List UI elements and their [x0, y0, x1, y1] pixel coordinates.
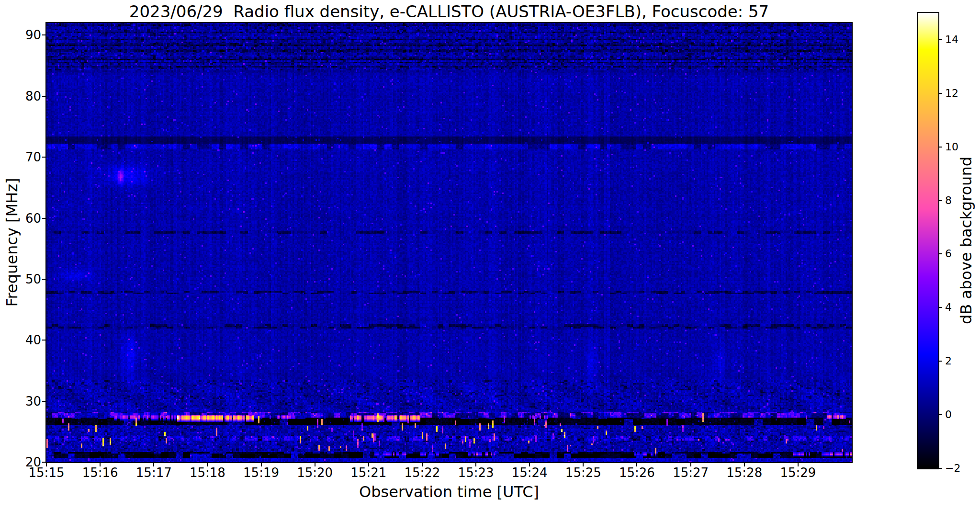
- colorbar-tick-label: 2: [945, 354, 979, 368]
- colorbar-tick-mark: [938, 361, 942, 362]
- colorbar-gradient: [918, 13, 938, 468]
- spectrogram-canvas: [46, 23, 852, 462]
- colorbar-tick-mark: [938, 147, 942, 148]
- colorbar-tick-label: 6: [945, 247, 979, 261]
- y-tick-label: 50: [0, 272, 41, 287]
- y-tick-label: 20: [0, 454, 41, 470]
- colorbar-tick-mark: [938, 253, 942, 254]
- y-tick-mark: [42, 401, 46, 402]
- y-tick-label: 40: [0, 332, 41, 348]
- colorbar-tick-label: 12: [945, 87, 979, 100]
- x-axis-label: Observation time [UTC]: [46, 483, 852, 501]
- colorbar-tick-mark: [938, 468, 942, 469]
- x-tick-label: 15:29: [765, 466, 832, 480]
- chart-title: 2023/06/29 Radio flux density, e-CALLIST…: [46, 2, 852, 21]
- colorbar-tick-mark: [938, 93, 942, 94]
- y-tick-label: 30: [0, 394, 41, 409]
- y-tick-mark: [42, 462, 46, 463]
- y-tick-mark: [42, 96, 46, 97]
- y-tick-label: 60: [0, 211, 41, 226]
- colorbar-tick-mark: [938, 307, 942, 308]
- colorbar-label: dB above background: [957, 157, 975, 324]
- colorbar-tick-label: 0: [945, 408, 979, 421]
- y-tick-mark: [42, 218, 46, 219]
- colorbar-tick-mark: [938, 39, 942, 40]
- y-axis-label: Frequency [MHz]: [3, 178, 21, 307]
- colorbar-tick-mark: [938, 414, 942, 415]
- y-tick-label: 80: [0, 89, 41, 104]
- colorbar-tick-label: 8: [945, 194, 979, 207]
- y-tick-label: 90: [0, 27, 41, 43]
- colorbar-tick-label: −2: [945, 462, 979, 475]
- colorbar-tick-label: 4: [945, 301, 979, 314]
- y-tick-mark: [42, 34, 46, 35]
- y-tick-mark: [42, 340, 46, 341]
- colorbar-tick-mark: [938, 200, 942, 201]
- colorbar-tick-label: 10: [945, 140, 979, 154]
- colorbar-tick-label: 14: [945, 33, 979, 46]
- y-tick-mark: [42, 157, 46, 158]
- y-tick-mark: [42, 279, 46, 280]
- spectrogram-figure: 2023/06/29 Radio flux density, e-CALLIST…: [0, 0, 980, 511]
- y-tick-label: 70: [0, 149, 41, 165]
